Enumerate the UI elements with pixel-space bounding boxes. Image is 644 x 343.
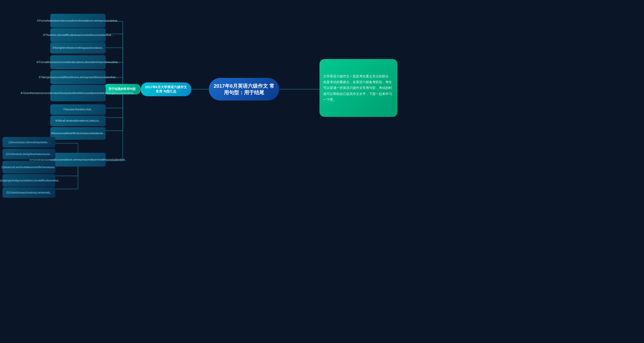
lower-leaf-5[interactable]: (5)Onlyinthisway/insodoing,canbereally_ [3,187,55,198]
leaf-9-text: ⑨Itisessentialthateffectivemeasurebetake… [51,132,105,135]
leaf-3-text: ③Itishightimethatsomethingwasdoneabout..… [52,46,104,50]
level2-label: 用于结尾的常用句型 [108,87,136,91]
leaf-7-text: ⑦Itisclear,therefore,that... [63,108,93,111]
leaf-1[interactable]: ①Fromwhathasbeendiscussed/mentionedabove… [50,14,106,28]
lower-leaf-4[interactable]: (4)Judgingbythefigures/statistics,tisnot… [3,174,55,187]
leaf-6[interactable]: ⑥Giventhereasons/considerationIhavejusto… [50,85,106,101]
leaf-7[interactable]: ⑦Itisclear,therefore,that... [50,104,106,115]
level1-node[interactable]: 2017年6月大学英语六级作文常用 句型汇总 [141,82,191,96]
leaf-5-text: ⑤Takingintoaccountallthesefactors,wemayr… [38,76,118,79]
lower-leaf-3-text: (3)Asaresult,weshouldtakesomeeffectivest… [1,166,57,169]
info-text: 大学英语六级作文一直是考生重点关注的部分，也是考试的重难点，在英语六级备考阶段，… [323,73,394,103]
lower-leaf-3[interactable]: (3)Asaresult,weshouldtakesomeeffectivest… [3,161,55,173]
info-box: 大学英语六级作文一直是考生重点关注的部分，也是考试的重难点，在英语六级备考阶段，… [319,59,397,117]
lower-leaf-2[interactable]: (2)Onthewhole,itishightimethateveryone..… [3,149,55,159]
leaf-5[interactable]: ⑤Takingintoaccountallthesefactors,wemayr… [50,70,106,84]
level1-label: 2017年6月大学英语六级作文常用 句型汇总 [144,85,188,94]
lower-leaf-1[interactable]: (1)Inconclusion,themostimportantis... [3,137,55,148]
leaf-2-text: ②Therefore,itisnotdifficulttodraw/cometo… [43,33,113,37]
lower-leaf-2-text: (2)Onthewhole,itishightimethateveryone..… [6,153,52,156]
leaf-8[interactable]: ⑧Allinall,whatreallymattersis,infact,to.… [50,116,106,126]
lower-leaf-5-text: (5)Onlyinthisway/insodoing,canbereally_ [7,191,52,194]
central-node[interactable]: 2017年6月英语六级作文 常用句型：用于结尾 [209,78,279,101]
mindmap-container: 2017年6月英语六级作文 常用句型：用于结尾 2017年6月大学英语六级作文常… [0,0,644,343]
central-label: 2017年6月英语六级作文 常用句型：用于结尾 [212,83,276,96]
leaf-4-text: ④Fromallthereasons/considerationabove,it… [36,61,120,64]
leaf-6-text: ⑥Giventhereasons/considerationIhavejusto… [20,91,135,95]
lower-leaf-1-text: (1)Inconclusion,themostimportantis... [8,141,49,144]
leaf-4[interactable]: ④Fromallthereasons/considerationabove,it… [50,55,106,69]
lower-leaf-4-text: (4)Judgingbythefigures/statistics,tisnot… [0,179,60,182]
leaf-8-text: ⑧Allinall,whatreallymattersis,infact,to.… [55,119,101,123]
leaf-9[interactable]: ⑨Itisessentialthateffectivemeasurebetake… [50,127,106,140]
leaf-1-text: ①Fromwhathasbeendiscussed/mentionedabove… [37,19,119,23]
leaf-2[interactable]: ②Therefore,itisnotdifficulttodraw/cometo… [50,28,106,42]
leaf-3[interactable]: ③Itishightimethatsomethingwasdoneabout..… [50,42,106,54]
leaf-10[interactable]: ⑩Fromwhathasbeendiscussedabove,wemayreas… [50,153,106,167]
